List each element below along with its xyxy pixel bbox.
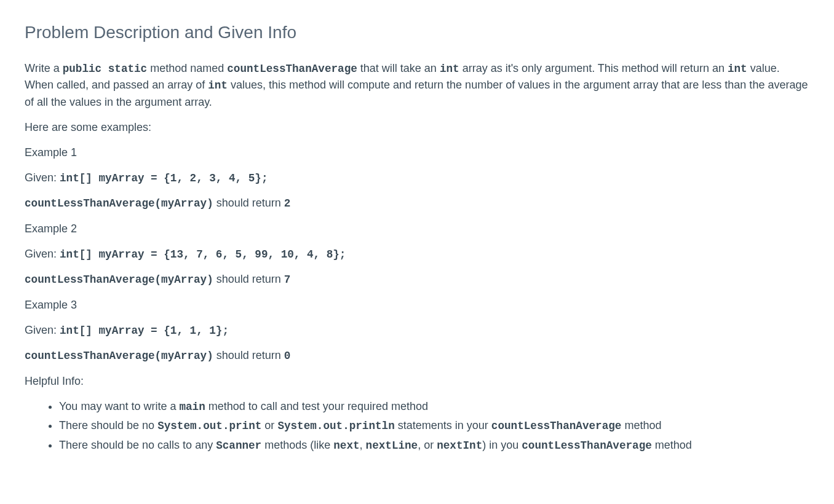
example-1-given: Given: int[] myArray = {1, 2, 3, 4, 5}; — [25, 170, 809, 186]
text: There should be no — [59, 419, 157, 431]
code-next: next — [333, 439, 359, 452]
text: , — [360, 439, 366, 451]
text: , or — [418, 439, 437, 451]
example-2-result: countLessThanAverage(myArray) should ret… — [25, 271, 809, 288]
code-method-name: countLessThanAverage — [227, 63, 357, 75]
example-1-label: Example 1 — [25, 144, 809, 161]
text: Write a — [25, 62, 63, 74]
text: methods (like — [261, 439, 333, 451]
example-2-given: Given: int[] myArray = {13, 7, 6, 5, 99,… — [25, 246, 809, 262]
text: statements in your — [395, 419, 491, 431]
example-2-given-code: int[] myArray = {13, 7, 6, 5, 99, 10, 4,… — [60, 248, 346, 261]
code-nextline: nextLine — [366, 439, 418, 452]
code-sysout-print: System.out.print — [157, 420, 261, 432]
given-prefix: Given: — [25, 324, 60, 336]
example-2-label: Example 2 — [25, 221, 809, 237]
list-item: There should be no calls to any Scanner … — [59, 437, 809, 454]
text: that will take an — [357, 62, 440, 74]
example-1-given-code: int[] myArray = {1, 2, 3, 4, 5}; — [60, 172, 268, 184]
example-3-given: Given: int[] myArray = {1, 1, 1}; — [25, 322, 809, 339]
text: or — [261, 419, 277, 431]
code-int: int — [728, 63, 747, 75]
examples-intro: Here are some examples: — [25, 119, 809, 136]
example-3-given-code: int[] myArray = {1, 1, 1}; — [60, 325, 229, 337]
example-1-result: countLessThanAverage(myArray) should ret… — [25, 195, 809, 211]
return-text: should return — [213, 349, 284, 361]
example-3-label: Example 3 — [25, 297, 809, 313]
given-prefix: Given: — [25, 248, 60, 260]
example-2-return-value: 7 — [284, 274, 291, 286]
example-3-result: countLessThanAverage(myArray) should ret… — [25, 347, 809, 364]
example-1-call-code: countLessThanAverage(myArray) — [25, 197, 213, 210]
example-3-return-value: 0 — [284, 350, 291, 362]
text: method to call and test your required me… — [205, 400, 428, 412]
code-public-static: public static — [63, 63, 148, 75]
example-3-call-code: countLessThanAverage(myArray) — [25, 350, 213, 362]
list-item: You may want to write a main method to c… — [59, 398, 809, 415]
helpful-info-label: Helpful Info: — [25, 373, 809, 390]
return-text: should return — [213, 197, 284, 209]
code-int: int — [208, 79, 228, 92]
code-nextint: nextInt — [437, 439, 482, 452]
text: ) in you — [482, 439, 522, 451]
section-heading: Problem Description and Given Info — [25, 20, 809, 45]
code-main: main — [179, 401, 205, 413]
text: method — [621, 419, 661, 431]
code-method-name: countLessThanAverage — [491, 420, 622, 432]
given-prefix: Given: — [25, 171, 60, 184]
code-method-name: countLessThanAverage — [522, 439, 652, 452]
text: You may want to write a — [59, 400, 179, 412]
return-text: should return — [213, 273, 284, 285]
code-scanner: Scanner — [216, 439, 261, 452]
intro-paragraph: Write a public static method named count… — [25, 60, 809, 111]
example-2-call-code: countLessThanAverage(myArray) — [25, 274, 213, 286]
helpful-info-list: You may want to write a main method to c… — [25, 398, 809, 454]
code-sysout-println: System.out.println — [277, 420, 394, 432]
example-1-return-value: 2 — [284, 197, 291, 210]
text: array as it's only argument. This method… — [459, 62, 728, 74]
text: method named — [147, 62, 227, 74]
text: There should be no calls to any — [59, 439, 216, 451]
code-int: int — [440, 63, 459, 75]
text: method — [652, 439, 692, 451]
list-item: There should be no System.out.print or S… — [59, 417, 809, 434]
